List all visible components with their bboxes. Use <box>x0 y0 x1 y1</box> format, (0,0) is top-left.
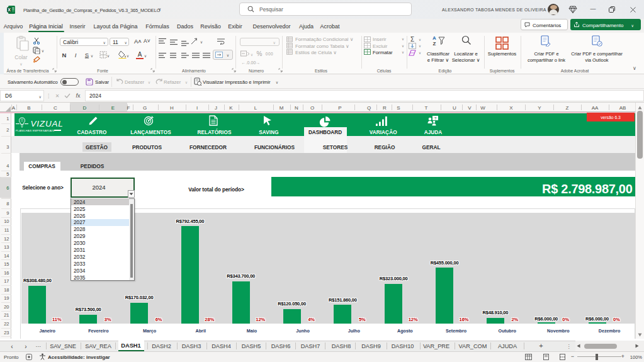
svg-text:Z: Z <box>433 41 436 46</box>
svg-text:X: X <box>8 8 11 12</box>
svg-text:?: ? <box>434 116 437 120</box>
svg-text:A: A <box>432 35 436 41</box>
